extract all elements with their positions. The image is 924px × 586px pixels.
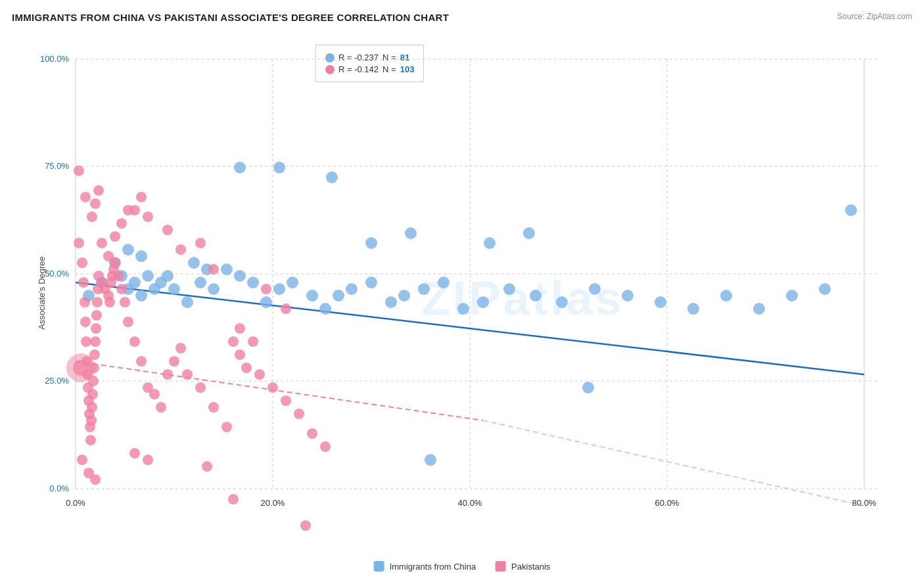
svg-point-137 <box>320 441 331 452</box>
svg-point-44 <box>306 290 318 302</box>
svg-text:60.0%: 60.0% <box>655 498 680 508</box>
svg-point-77 <box>122 244 134 256</box>
svg-point-35 <box>181 296 193 308</box>
svg-point-143 <box>90 198 101 209</box>
svg-point-166 <box>202 461 212 472</box>
svg-point-33 <box>162 270 173 282</box>
svg-point-122 <box>162 369 173 380</box>
svg-text:0.0%: 0.0% <box>49 484 69 493</box>
svg-point-101 <box>91 310 102 321</box>
svg-point-36 <box>195 277 206 288</box>
svg-point-148 <box>116 218 127 229</box>
svg-point-134 <box>281 395 291 406</box>
svg-point-68 <box>405 227 417 239</box>
svg-point-66 <box>845 204 857 216</box>
svg-text:25.0%: 25.0% <box>45 376 69 386</box>
svg-point-114 <box>116 284 127 294</box>
svg-point-92 <box>85 435 96 445</box>
svg-point-41 <box>260 296 272 308</box>
svg-point-121 <box>156 402 166 413</box>
svg-point-165 <box>143 455 153 465</box>
svg-point-118 <box>136 356 147 367</box>
bottom-legend-china: Immigrants from China <box>374 561 476 572</box>
svg-point-93 <box>86 415 97 426</box>
svg-line-21 <box>483 420 864 506</box>
bottom-legend-dot-china <box>374 561 384 572</box>
svg-point-60 <box>655 296 666 308</box>
svg-point-62 <box>720 290 732 302</box>
svg-point-61 <box>687 303 699 315</box>
svg-point-94 <box>87 402 97 413</box>
svg-point-167 <box>228 494 239 505</box>
svg-point-133 <box>267 382 278 393</box>
svg-point-73 <box>582 382 594 394</box>
svg-point-145 <box>97 238 107 248</box>
svg-point-144 <box>93 185 104 196</box>
svg-point-147 <box>110 231 120 242</box>
svg-text:50.0%: 50.0% <box>45 269 69 279</box>
svg-point-65 <box>819 283 831 295</box>
svg-line-20 <box>76 361 483 420</box>
svg-point-71 <box>326 171 338 183</box>
svg-point-81 <box>77 258 87 268</box>
svg-point-51 <box>418 283 430 295</box>
svg-point-85 <box>81 336 91 347</box>
svg-point-75 <box>188 257 200 269</box>
svg-point-34 <box>168 283 180 295</box>
svg-point-70 <box>273 162 285 173</box>
svg-point-30 <box>142 270 154 282</box>
svg-point-83 <box>80 297 90 307</box>
svg-point-28 <box>129 277 141 288</box>
svg-point-150 <box>129 205 140 215</box>
svg-point-141 <box>80 192 91 202</box>
svg-text:20.0%: 20.0% <box>261 498 285 508</box>
svg-point-126 <box>195 382 206 393</box>
svg-point-156 <box>208 264 219 275</box>
svg-point-157 <box>235 323 245 334</box>
svg-point-84 <box>80 317 91 327</box>
svg-point-67 <box>484 237 496 249</box>
svg-point-100 <box>91 323 101 334</box>
svg-point-72 <box>365 237 377 249</box>
svg-point-124 <box>175 343 186 353</box>
svg-point-152 <box>143 212 153 222</box>
svg-point-57 <box>556 296 568 308</box>
chart-title: IMMIGRANTS FROM CHINA VS PAKISTANI ASSOC… <box>12 12 449 23</box>
svg-point-102 <box>92 297 103 307</box>
svg-point-132 <box>254 369 265 380</box>
bottom-legend: Immigrants from China Pakistanis <box>374 561 551 572</box>
svg-point-116 <box>123 317 133 327</box>
svg-point-160 <box>281 304 291 314</box>
svg-point-155 <box>195 238 206 248</box>
svg-point-49 <box>385 296 397 308</box>
svg-point-159 <box>261 284 271 294</box>
svg-point-80 <box>74 238 84 248</box>
svg-point-64 <box>786 290 798 302</box>
svg-point-129 <box>228 336 239 347</box>
svg-point-139 <box>73 360 89 376</box>
svg-point-99 <box>90 336 101 347</box>
svg-point-95 <box>87 389 98 399</box>
svg-point-74 <box>523 227 535 239</box>
bottom-legend-pakistan: Pakistanis <box>496 561 550 572</box>
svg-point-153 <box>162 225 173 235</box>
svg-text:40.0%: 40.0% <box>458 498 482 508</box>
svg-point-108 <box>104 297 115 307</box>
svg-point-39 <box>234 270 246 282</box>
svg-point-135 <box>294 409 304 419</box>
svg-point-69 <box>234 162 246 173</box>
svg-point-168 <box>300 520 311 531</box>
svg-point-29 <box>135 290 147 302</box>
svg-text:80.0%: 80.0% <box>852 498 877 508</box>
svg-point-42 <box>273 283 285 295</box>
svg-point-78 <box>135 250 147 262</box>
svg-point-120 <box>149 389 160 399</box>
svg-point-48 <box>365 277 377 288</box>
svg-text:0.0%: 0.0% <box>66 498 85 508</box>
svg-point-38 <box>221 263 233 275</box>
chart-svg: 0.0% 20.0% 40.0% 60.0% 80.0% 0.0% 25.0% … <box>36 39 904 558</box>
svg-point-154 <box>175 244 186 255</box>
source-label: Source: ZipAtlas.com <box>837 12 912 21</box>
svg-point-54 <box>477 296 489 308</box>
svg-point-127 <box>208 402 219 413</box>
